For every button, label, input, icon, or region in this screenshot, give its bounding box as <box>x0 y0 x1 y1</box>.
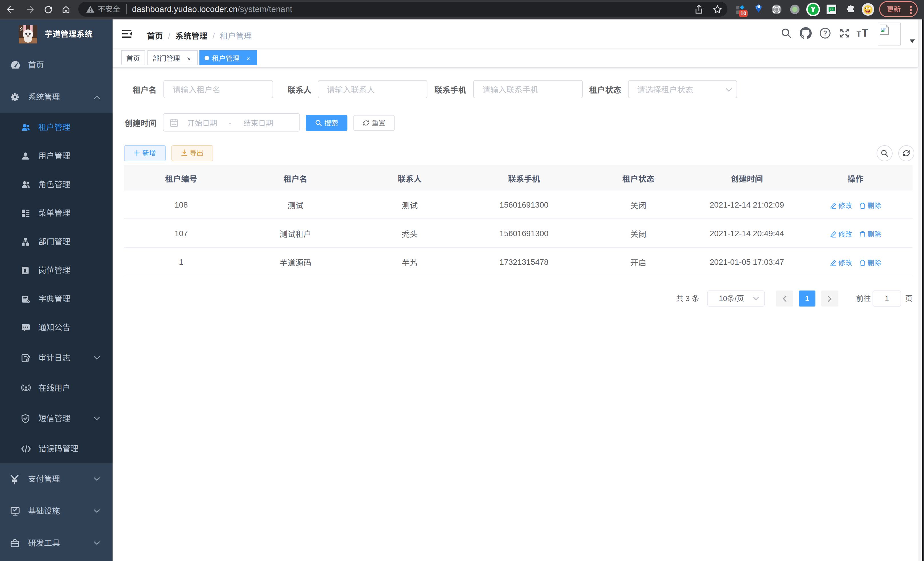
svg-text:?: ? <box>823 29 827 37</box>
svg-text:T: T <box>862 28 868 38</box>
svg-text:T: T <box>856 30 861 38</box>
